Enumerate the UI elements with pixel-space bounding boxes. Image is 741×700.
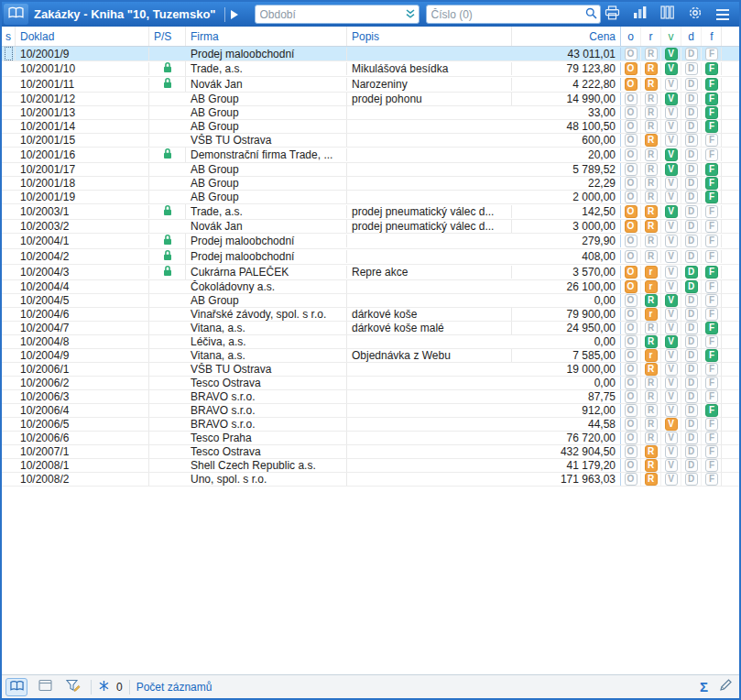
cell-flags: OrVDF xyxy=(621,308,722,321)
column-header-popis[interactable]: Popis xyxy=(347,27,512,46)
table-row[interactable]: 10/2004/9Vitana, a.s.Objednávka z Webu7 … xyxy=(2,349,739,363)
menu-button[interactable] xyxy=(711,5,734,25)
pencil-icon[interactable] xyxy=(719,679,732,695)
table-row[interactable]: 10/2004/4Čokoládovny a.s.26 100,00OrVDF xyxy=(2,280,739,294)
table-row[interactable]: 10/2007/1Tesco Ostrava432 904,50ORVDF xyxy=(2,445,739,459)
flag-f-gray: F xyxy=(705,377,718,389)
search-icon[interactable] xyxy=(585,6,597,23)
flag-cell: O xyxy=(621,177,641,190)
column-header-flag-v[interactable]: v xyxy=(661,27,681,46)
column-header-firma[interactable]: Firma xyxy=(186,27,347,46)
table-row[interactable]: 10/2001/19AB Group2 000,00ORVDF xyxy=(2,191,739,204)
print-button[interactable] xyxy=(601,5,624,25)
flag-cell: D xyxy=(681,308,702,321)
book-button[interactable] xyxy=(4,4,28,25)
column-header-flag-r[interactable]: r xyxy=(641,27,661,46)
table-row[interactable]: 10/2004/2Prodej maloobchodní408,00ORVDF xyxy=(2,249,739,265)
flag-cell: O xyxy=(621,106,641,119)
table-row[interactable]: 10/2001/14AB Group48 100,50ORVDF xyxy=(2,120,739,134)
cell-firma: Vitana, a.s. xyxy=(186,322,347,334)
cell-flags: ORVDF xyxy=(621,148,722,161)
flag-d-gray: D xyxy=(685,163,698,176)
column-header-flag-o[interactable]: o xyxy=(621,27,641,46)
flag-cell: R xyxy=(641,134,661,147)
table-row[interactable]: 10/2006/2Tesco Ostrava0,00ORVDF xyxy=(2,377,739,390)
table-row[interactable]: 10/2001/16Demonstrační firma Trade, ...2… xyxy=(2,148,739,163)
flag-o-gray: O xyxy=(625,250,637,263)
column-header-cena[interactable]: Cena xyxy=(512,27,621,46)
flag-cell: O xyxy=(621,78,641,91)
flag-f-green: F xyxy=(705,322,718,334)
cell-doklad: 10/2006/6 xyxy=(16,432,149,444)
table-row[interactable]: 10/2004/1Prodej maloobchodní279,90ORVDF xyxy=(2,234,739,249)
table-row[interactable]: 10/2001/11Novák JanNarozeniny4 222,80ORV… xyxy=(2,77,739,93)
cell-firma: Shell Czech Republic a.s. xyxy=(186,459,347,472)
cell-doklad: 10/2006/1 xyxy=(16,363,149,376)
column-header-doklad[interactable]: Doklad xyxy=(16,27,149,46)
table-row[interactable]: 10/2006/1VŠB TU Ostrava19 000,00ORVDF xyxy=(2,363,739,377)
flag-cell: V xyxy=(661,78,681,91)
table-row[interactable]: 10/2003/1Trade, a.s.prodej pneumatický v… xyxy=(2,204,739,220)
flag-r-orange: R xyxy=(645,134,658,147)
flag-f-green: F xyxy=(705,120,718,133)
view-book-button[interactable] xyxy=(5,678,27,696)
cell-doklad: 10/2004/9 xyxy=(16,349,149,362)
flag-cell: r xyxy=(641,349,661,362)
flag-f-green: F xyxy=(705,106,718,119)
period-input[interactable] xyxy=(256,5,405,23)
cell-flags: ORVDF xyxy=(621,191,722,203)
column-header-s[interactable]: s xyxy=(2,27,16,46)
flag-cell: F xyxy=(702,48,722,60)
flag-o-orange: O xyxy=(625,78,637,91)
flag-cell: O xyxy=(621,148,641,161)
column-header-flag-f[interactable]: f xyxy=(702,27,722,46)
table-row[interactable]: 10/2008/2Uno, spol. s r.o.171 963,03ORVD… xyxy=(2,473,739,487)
flag-cell: V xyxy=(661,322,681,334)
flag-f-green: F xyxy=(705,62,718,75)
expand-book-button[interactable] xyxy=(225,5,244,24)
flag-r-gray: R xyxy=(645,404,658,417)
flag-f-gray: F xyxy=(705,220,718,233)
cell-doklad: 10/2001/16 xyxy=(16,148,149,161)
table-row[interactable]: 10/2004/8Léčiva, a.s.0,00ORVDF xyxy=(2,335,739,349)
period-dropdown-icon[interactable] xyxy=(405,6,416,23)
chart-button[interactable] xyxy=(628,5,651,25)
cell-cena: 87,75 xyxy=(512,390,621,403)
cell-firma: AB Group xyxy=(186,106,347,119)
cell-lock xyxy=(149,77,186,92)
table-row[interactable]: 10/2006/6Tesco Praha76 720,00ORVDF xyxy=(2,432,739,445)
cell-flags: ORVDF xyxy=(621,163,722,176)
edit-filter-button[interactable] xyxy=(62,678,84,696)
table-row[interactable]: 10/2001/9Prodej maloobchodní43 011,01ORV… xyxy=(2,47,739,61)
table-row[interactable]: 10/2003/2Novák Janprodej pneumatický vál… xyxy=(2,220,739,234)
table-row[interactable]: 10/2001/12AB Groupprodej pohonu14 990,00… xyxy=(2,93,739,106)
flag-d-gray: D xyxy=(685,445,698,458)
cell-firma: BRAVO s.r.o. xyxy=(186,418,347,431)
table-row[interactable]: 10/2004/3Cukrárna PALEČEKRepre akce3 570… xyxy=(2,265,739,280)
table-row[interactable]: 10/2006/3BRAVO s.r.o.87,75ORVDF xyxy=(2,390,739,404)
settings-button[interactable] xyxy=(683,5,706,25)
number-search-input[interactable] xyxy=(427,5,586,23)
table-row[interactable]: 10/2001/17AB Group5 789,52ORVDF xyxy=(2,163,739,177)
column-header-flag-d[interactable]: d xyxy=(681,27,702,46)
snowflake-icon[interactable] xyxy=(98,680,110,695)
table-row[interactable]: 10/2004/7Vitana, a.s.dárkové koše malé24… xyxy=(2,322,739,335)
table-row[interactable]: 10/2001/13AB Group33,00ORVDF xyxy=(2,106,739,120)
columns-button[interactable] xyxy=(656,5,679,25)
table-row[interactable]: 10/2004/6Vinařské závody, spol. s r.o.dá… xyxy=(2,308,739,322)
cell-popis: Mikulášová besídka xyxy=(347,62,512,75)
table-row[interactable]: 10/2001/15VŠB TU Ostrava600,00ORVDF xyxy=(2,134,739,148)
flag-f-gray: F xyxy=(705,294,718,307)
sum-icon[interactable]: Σ xyxy=(700,680,708,694)
cell-flags: ORVDF xyxy=(621,363,722,376)
view-card-button[interactable] xyxy=(34,678,56,696)
flag-cell: F xyxy=(702,445,722,458)
table-row[interactable]: 10/2006/5BRAVO s.r.o.44,58ORVDF xyxy=(2,418,739,432)
flag-cell: D xyxy=(681,177,702,190)
table-row[interactable]: 10/2006/4BRAVO s.r.o.912,00ORVDF xyxy=(2,404,739,418)
table-row[interactable]: 10/2001/18AB Group22,29ORVDF xyxy=(2,177,739,191)
table-row[interactable]: 10/2001/10Trade, a.s.Mikulášová besídka7… xyxy=(2,61,739,77)
table-row[interactable]: 10/2004/5AB Group0,00ORVDF xyxy=(2,294,739,308)
column-header-ps[interactable]: P/S xyxy=(149,27,186,46)
table-row[interactable]: 10/2008/1Shell Czech Republic a.s.41 179… xyxy=(2,459,739,473)
